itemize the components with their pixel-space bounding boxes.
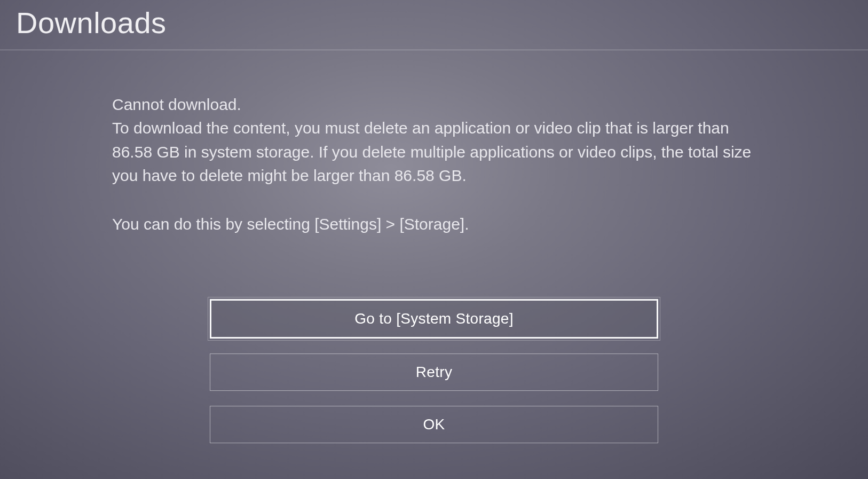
button-container: Go to [System Storage] Retry OK (210, 299, 658, 443)
go-to-system-storage-button[interactable]: Go to [System Storage] (210, 299, 658, 339)
instruction-text: You can do this by selecting [Settings] … (112, 213, 756, 236)
error-message: Cannot download. To download the content… (112, 93, 756, 188)
error-title: Cannot download. (112, 93, 756, 116)
error-body: To download the content, you must delete… (112, 116, 756, 187)
page-title: Downloads (16, 5, 852, 40)
header: Downloads (0, 0, 868, 50)
retry-button[interactable]: Retry (210, 354, 658, 391)
content-area: Cannot download. To download the content… (0, 50, 868, 236)
ok-button[interactable]: OK (210, 406, 658, 443)
